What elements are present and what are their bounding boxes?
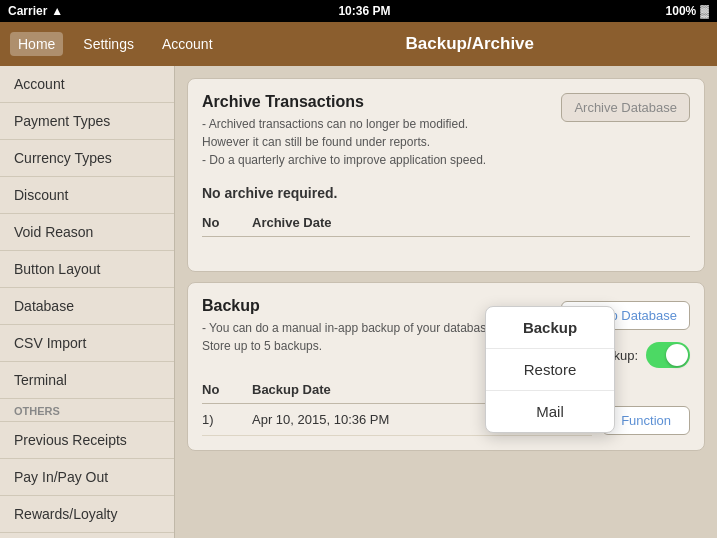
archive-table-header: No Archive Date (202, 209, 690, 237)
page-title: Backup/Archive (233, 34, 707, 54)
sidebar-section-others: OTHERS (0, 399, 174, 422)
status-bar-left: Carrier ▲ (8, 4, 63, 18)
backup-row-no: 1) (202, 412, 232, 427)
carrier-label: Carrier (8, 4, 47, 18)
sidebar-item-account[interactable]: Account (0, 66, 174, 103)
archive-database-button[interactable]: Archive Database (561, 93, 690, 122)
status-bar: Carrier ▲ 10:36 PM 100% ▓ (0, 0, 717, 22)
backup-title: Backup (202, 297, 496, 315)
sidebar-item-csv-import[interactable]: CSV Import (0, 325, 174, 362)
dropdown-item-backup[interactable]: Backup (486, 307, 614, 349)
backup-info: Backup - You can do a manual in-app back… (202, 297, 496, 363)
backup-section: Backup - You can do a manual in-app back… (187, 282, 705, 451)
archive-desc-2: However it can still be found under repo… (202, 135, 430, 149)
sidebar-item-terminal[interactable]: Terminal (0, 362, 174, 399)
status-bar-right: 100% ▓ (666, 4, 709, 18)
sidebar-item-previous-receipts[interactable]: Previous Receipts (0, 422, 174, 459)
sidebar-item-void-reason[interactable]: Void Reason (0, 214, 174, 251)
sidebar: Account Payment Types Currency Types Dis… (0, 66, 175, 538)
backup-desc: - You can do a manual in-app backup of y… (202, 319, 496, 355)
dropdown-item-mail[interactable]: Mail (486, 391, 614, 432)
sidebar-section-backup: BACKUP/ARCHIVE (0, 533, 174, 538)
account-button[interactable]: Account (154, 32, 221, 56)
archive-title: Archive Transactions (202, 93, 486, 111)
battery-icon: ▓ (700, 4, 709, 18)
wifi-icon: ▲ (51, 4, 63, 18)
function-btn-wrapper: Function (602, 376, 690, 435)
dropdown-item-restore[interactable]: Restore (486, 349, 614, 391)
no-archive-text: No archive required. (202, 185, 690, 201)
sidebar-item-database[interactable]: Database (0, 288, 174, 325)
main-layout: Account Payment Types Currency Types Dis… (0, 66, 717, 538)
archive-desc-3: - Do a quarterly archive to improve appl… (202, 153, 486, 167)
toggle-knob (666, 344, 688, 366)
archive-empty-rows (202, 237, 690, 257)
backup-header-row: Backup - You can do a manual in-app back… (202, 297, 690, 368)
function-button[interactable]: Function (602, 406, 690, 435)
sidebar-item-currency-types[interactable]: Currency Types (0, 140, 174, 177)
sidebar-item-payment-types[interactable]: Payment Types (0, 103, 174, 140)
status-bar-time: 10:36 PM (338, 4, 390, 18)
sidebar-item-button-layout[interactable]: Button Layout (0, 251, 174, 288)
backup-bottom-row: No Backup Date 1) Apr 10, 2015, 10:36 PM… (202, 376, 690, 436)
auto-backup-toggle[interactable] (646, 342, 690, 368)
archive-desc-1: - Archived transactions can no longer be… (202, 117, 468, 131)
settings-button[interactable]: Settings (75, 32, 142, 56)
archive-header-row: Archive Transactions - Archived transact… (202, 93, 690, 177)
sidebar-item-rewards-loyalty[interactable]: Rewards/Loyalty (0, 496, 174, 533)
backup-desc-2: Store up to 5 backups. (202, 339, 322, 353)
archive-desc: - Archived transactions can no longer be… (202, 115, 486, 169)
sidebar-item-pay-in-pay-out[interactable]: Pay In/Pay Out (0, 459, 174, 496)
archive-col-no: No (202, 215, 232, 230)
sidebar-item-discount[interactable]: Discount (0, 177, 174, 214)
archive-section: Archive Transactions - Archived transact… (187, 78, 705, 272)
main-content: Archive Transactions - Archived transact… (175, 66, 717, 538)
top-nav: Home Settings Account Backup/Archive (0, 22, 717, 66)
backup-col-no: No (202, 382, 232, 397)
archive-info: Archive Transactions - Archived transact… (202, 93, 486, 177)
dropdown-popup: Backup Restore Mail (485, 306, 615, 433)
archive-col-date: Archive Date (252, 215, 690, 230)
home-button[interactable]: Home (10, 32, 63, 56)
battery-label: 100% (666, 4, 697, 18)
backup-desc-1: - You can do a manual in-app backup of y… (202, 321, 496, 335)
